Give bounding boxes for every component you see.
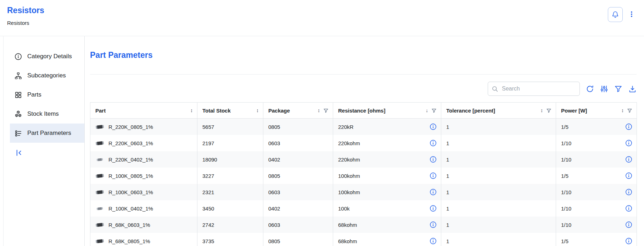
grid-icon <box>15 91 22 99</box>
tolerance-value: 1 <box>446 222 449 228</box>
info-icon[interactable] <box>625 123 632 130</box>
search-input[interactable] <box>501 85 576 92</box>
info-icon[interactable] <box>430 221 437 228</box>
table-row[interactable]: R_100K_0402_1%34500402100k11/10 <box>90 200 637 217</box>
sort-desc-icon[interactable]: ↓ <box>426 108 428 113</box>
table-row[interactable]: R_100K_0603_1%23210603100kohm11/10 <box>90 184 637 200</box>
table-row[interactable]: R_220K_0402_1%180900402220kohm11/10 <box>90 151 637 168</box>
table-row[interactable]: R_68K_0603_1%2742060368kohm11/10 <box>90 217 637 233</box>
tolerance-value: 1 <box>446 140 449 146</box>
boxes-icon <box>15 110 22 118</box>
part-parameters-table: Part↕Total Stock↕Package↕Resistance [ohm… <box>90 102 637 246</box>
sort-icon[interactable]: ↕ <box>318 108 320 113</box>
column-filter-icon[interactable] <box>431 108 437 113</box>
total-stock-value: 5657 <box>202 124 214 130</box>
sidebar-item-label: Category Details <box>27 53 72 60</box>
header-titles: Resistors Resistors <box>7 6 44 36</box>
info-icon[interactable] <box>430 188 437 196</box>
info-icon[interactable] <box>625 237 632 245</box>
sidebar-item-stock-items[interactable]: Stock Items <box>10 104 84 124</box>
table-row[interactable]: R_220K_0603_1%21970603220kohm11/10 <box>90 135 637 151</box>
sidebar-item-part-parameters[interactable]: Part Parameters <box>10 124 84 143</box>
column-label: Power [W] <box>561 108 587 114</box>
info-icon[interactable] <box>625 140 632 147</box>
column-filter-icon[interactable] <box>627 108 632 113</box>
sort-icon[interactable]: ↕ <box>541 108 543 113</box>
total-stock-value: 3227 <box>202 173 214 179</box>
table-row[interactable]: R_100K_0805_1%32270805100kohm11/5 <box>90 168 637 184</box>
page-title: Resistors <box>7 6 44 15</box>
table-toolbar <box>90 82 637 96</box>
sidebar-item-category-details[interactable]: Category Details <box>10 47 84 66</box>
tolerance-value: 1 <box>446 173 449 179</box>
notifications-button[interactable] <box>608 7 623 22</box>
bell-icon <box>611 10 620 19</box>
tolerance-value: 1 <box>446 206 449 212</box>
part-name[interactable]: R_68K_0603_1% <box>108 222 150 228</box>
collapse-sidebar-icon <box>15 148 23 157</box>
info-icon[interactable] <box>430 172 437 179</box>
breadcrumb[interactable]: Resistors <box>7 20 44 26</box>
power-value: 1/10 <box>561 222 571 228</box>
part-thumbnail <box>95 206 104 211</box>
info-icon[interactable] <box>430 237 437 245</box>
resistance-value: 220kR <box>338 124 353 130</box>
column-header-resistance-ohms[interactable]: Resistance [ohms]↓ <box>333 103 441 119</box>
part-name[interactable]: R_100K_0805_1% <box>108 173 153 179</box>
column-filter-icon[interactable] <box>323 108 329 113</box>
part-name[interactable]: R_220K_0603_1% <box>108 140 153 146</box>
resistance-value: 68kohm <box>338 238 357 244</box>
column-header-power-w[interactable]: Power [W]↕ <box>556 103 637 119</box>
part-name[interactable]: R_220K_0402_1% <box>108 157 153 163</box>
package-value: 0805 <box>268 124 280 130</box>
info-icon[interactable] <box>625 172 632 179</box>
package-value: 0805 <box>268 238 280 244</box>
section-title: Part Parameters <box>90 50 637 60</box>
info-icon[interactable] <box>625 188 632 196</box>
sort-icon[interactable]: ↕ <box>256 108 259 113</box>
table-row[interactable]: R_68K_0805_1%3735080568kohm11/5 <box>90 233 637 246</box>
download-button[interactable] <box>628 85 637 93</box>
info-icon[interactable] <box>430 123 437 130</box>
resistance-value: 100k <box>338 206 350 212</box>
refresh-button[interactable] <box>586 85 594 93</box>
part-thumbnail <box>95 157 104 162</box>
content-area: Category DetailsSubcategoriesPartsStock … <box>3 36 644 246</box>
part-name[interactable]: R_100K_0402_1% <box>108 206 153 212</box>
refresh-icon <box>586 85 594 93</box>
filter-button[interactable] <box>614 85 622 93</box>
sidebar-item-parts[interactable]: Parts <box>10 85 84 104</box>
part-name[interactable]: R_100K_0603_1% <box>108 189 153 195</box>
sort-icon[interactable]: ↕ <box>190 108 193 113</box>
part-thumbnail <box>95 173 104 179</box>
column-settings-button[interactable] <box>600 85 608 93</box>
info-icon[interactable] <box>430 205 437 212</box>
main-panel: Part Parameters Part↕Total Stock↕Package… <box>85 36 644 246</box>
column-header-total-stock[interactable]: Total Stock↕ <box>197 103 263 119</box>
part-name[interactable]: R_220K_0805_1% <box>108 124 153 130</box>
package-value: 0603 <box>268 222 280 228</box>
sidebar-item-label: Part Parameters <box>27 130 71 137</box>
info-icon[interactable] <box>430 156 437 163</box>
package-value: 0805 <box>268 173 280 179</box>
column-label: Resistance [ohms] <box>338 108 385 114</box>
overflow-menu-button[interactable] <box>627 7 636 21</box>
total-stock-value: 2321 <box>202 189 214 195</box>
table-row[interactable]: R_220K_0805_1%56570805220kR11/5 <box>90 119 637 135</box>
part-name[interactable]: R_68K_0805_1% <box>108 238 150 244</box>
column-header-tolerance-percent[interactable]: Tolerance [percent]↕ <box>441 103 556 119</box>
sidebar-collapse-button[interactable] <box>15 148 23 157</box>
sidebar-item-label: Subcategories <box>27 72 66 79</box>
column-header-package[interactable]: Package↕ <box>263 103 333 119</box>
column-header-part[interactable]: Part↕ <box>90 103 197 119</box>
sidebar-item-subcategories[interactable]: Subcategories <box>10 66 84 85</box>
column-filter-icon[interactable] <box>546 108 551 113</box>
power-value: 1/5 <box>561 124 569 130</box>
info-icon[interactable] <box>625 221 632 228</box>
info-icon[interactable] <box>625 156 632 163</box>
resistance-value: 68kohm <box>338 222 357 228</box>
info-icon[interactable] <box>430 140 437 147</box>
sort-icon[interactable]: ↕ <box>621 108 624 113</box>
info-icon[interactable] <box>625 205 632 212</box>
resistance-value: 220kohm <box>338 157 360 163</box>
